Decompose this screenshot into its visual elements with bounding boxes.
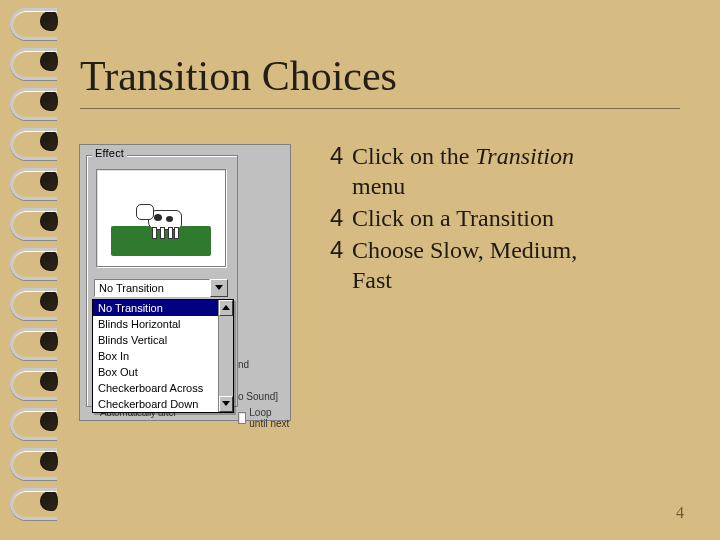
svg-marker-0 (215, 285, 223, 290)
svg-marker-1 (222, 305, 230, 310)
loop-label: Loop until next (249, 407, 290, 429)
bullet-body: Click on the Transition menu (352, 141, 592, 201)
bullet-marker: 4 (330, 141, 352, 171)
transition-dropdown[interactable]: No TransitionBlinds HorizontalBlinds Ver… (92, 299, 234, 413)
title-rule (80, 108, 680, 109)
dropdown-option[interactable]: No Transition (93, 300, 233, 316)
bullet-marker: 4 (330, 203, 352, 233)
truncated-right-label-3: Loop until next (238, 407, 290, 429)
bullet-body: Choose Slow, Medium, Fast (352, 235, 592, 295)
bullet-text: Click on the (352, 143, 469, 169)
scroll-down-icon[interactable] (219, 396, 233, 412)
binding-decoration (10, 0, 70, 540)
preview-cow-icon (142, 200, 187, 238)
dropdown-scrollbar[interactable] (218, 300, 233, 412)
dropdown-option[interactable]: Checkerboard Across (93, 380, 233, 396)
bullet-list: 4 Click on the Transition menu 4 Click o… (330, 141, 592, 297)
effect-group-label: Effect (92, 147, 127, 159)
svg-marker-2 (222, 401, 230, 406)
chevron-down-icon[interactable] (210, 279, 228, 297)
dropdown-option[interactable]: Box Out (93, 364, 233, 380)
bullet-text: Click on a (352, 205, 451, 231)
slide: Transition Choices Effect (0, 0, 720, 540)
dropdown-option[interactable]: Box In (93, 348, 233, 364)
content-row: Effect No Transition (80, 145, 660, 420)
bullet-text: menu (352, 173, 405, 199)
checkbox-icon[interactable] (238, 412, 246, 424)
bullet-item: 4 Choose Slow, Medium, Fast (330, 235, 592, 295)
truncated-right-label-1: nd (238, 359, 249, 370)
dropdown-option[interactable]: Blinds Horizontal (93, 316, 233, 332)
dropdown-option[interactable]: Checkerboard Down (93, 396, 233, 412)
bullet-em: Transition (475, 143, 574, 169)
transition-combo-value: No Transition (94, 279, 210, 297)
bullet-body: Click on a Transition (352, 203, 554, 233)
bullet-marker: 4 (330, 235, 352, 265)
slide-title: Transition Choices (80, 52, 680, 100)
dropdown-option[interactable]: Blinds Vertical (93, 332, 233, 348)
transition-combo[interactable]: No Transition (94, 279, 228, 297)
bullet-text: Transition (456, 205, 554, 231)
page-number: 4 (676, 504, 684, 522)
title-block: Transition Choices (80, 52, 680, 117)
bullet-text: Choose Slow, (352, 237, 484, 263)
bullet-item: 4 Click on the Transition menu (330, 141, 592, 201)
truncated-right-label-2: o Sound] (238, 391, 278, 402)
transition-dialog: Effect No Transition (80, 145, 290, 420)
scroll-up-icon[interactable] (219, 300, 233, 316)
effect-preview (96, 169, 226, 267)
bullet-item: 4 Click on a Transition (330, 203, 592, 233)
